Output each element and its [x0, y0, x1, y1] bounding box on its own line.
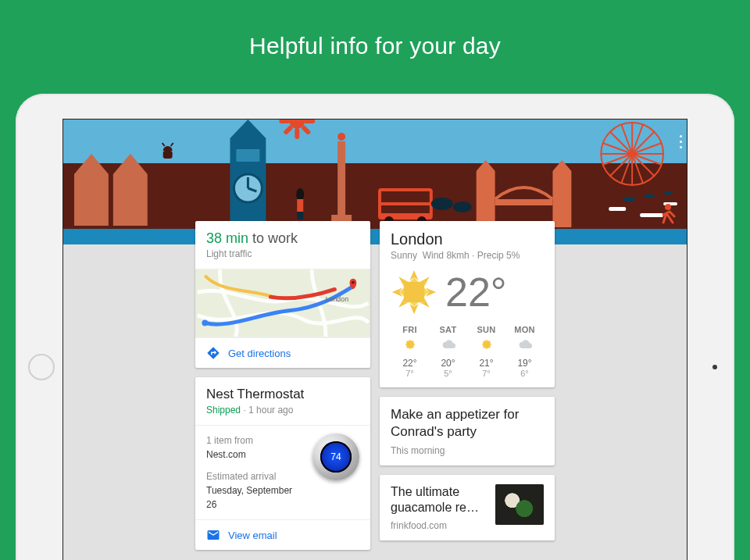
svg-rect-1	[74, 174, 109, 226]
svg-rect-53	[297, 212, 303, 219]
forecast-day: SUN 21° 7°	[467, 325, 505, 378]
cloud-small-icon	[518, 337, 532, 351]
svg-rect-45	[640, 213, 663, 217]
email-icon	[206, 528, 220, 542]
map-illustration: London	[195, 269, 370, 337]
forecast-day: MON 19° 6°	[505, 325, 544, 378]
commute-time: 38 min	[206, 230, 248, 246]
svg-rect-18	[495, 199, 553, 205]
package-status-time: · 1 hour ago	[241, 405, 293, 416]
sun-icon	[391, 269, 438, 316]
svg-rect-17	[552, 171, 571, 227]
overflow-menu-icon[interactable]	[680, 135, 682, 148]
forecast-lo: 5°	[429, 369, 467, 378]
package-action-row[interactable]: View email	[195, 519, 370, 550]
weather-subtitle: Sunny Wind 8kmh · Precip 5%	[391, 250, 544, 261]
svg-rect-44	[609, 207, 626, 211]
home-button[interactable]	[28, 354, 55, 380]
svg-line-40	[286, 128, 290, 132]
svg-rect-69	[404, 282, 424, 302]
forecast-hi: 20°	[429, 358, 467, 369]
svg-point-47	[623, 197, 635, 202]
forecast-day-label: SUN	[467, 325, 505, 334]
cloud-small-icon	[441, 337, 455, 351]
weather-card[interactable]: London Sunny Wind 8kmh · Precip 5%	[380, 221, 555, 387]
package-action-link[interactable]: View email	[228, 530, 277, 541]
svg-rect-54	[163, 151, 173, 159]
commute-action-link[interactable]: Get directions	[228, 348, 291, 359]
forecast-lo: 7°	[467, 369, 505, 378]
article-title: The ultimate guacamole re…	[391, 484, 488, 515]
svg-point-43	[453, 202, 472, 212]
package-eta-label: Estimated arrival	[206, 469, 305, 483]
commute-dest: to work	[248, 230, 298, 246]
package-eta-value: Tuesday, September 26	[206, 483, 305, 512]
thermostat-image: 74	[312, 433, 359, 480]
app-screen: 38 min to work Light traffic	[62, 119, 688, 560]
reminder-card[interactable]: Make an appetizer for Conrad's party Thi…	[380, 397, 555, 465]
cards-container: 38 min to work Light traffic	[63, 221, 687, 560]
commute-action-row[interactable]: Get directions	[195, 337, 370, 368]
svg-rect-73	[483, 341, 490, 348]
reminder-title: Make an appetizer for Conrad's party	[391, 406, 544, 441]
forecast-day-label: MON	[505, 325, 544, 334]
svg-rect-16	[477, 171, 495, 227]
package-title: Nest Thermostat	[206, 387, 359, 402]
forecast-hi: 22°	[391, 358, 429, 369]
commute-card[interactable]: 38 min to work Light traffic	[195, 221, 370, 368]
svg-rect-2	[113, 174, 148, 226]
commute-map[interactable]: London	[195, 269, 370, 337]
hero-title: Helpful info for your day	[0, 0, 750, 59]
package-status-value: Shipped	[206, 405, 241, 416]
svg-point-42	[431, 198, 453, 210]
forecast-day: SAT 20° 5°	[429, 325, 467, 378]
svg-rect-12	[381, 191, 430, 202]
commute-subtitle: Light traffic	[206, 248, 359, 259]
svg-rect-71	[406, 341, 413, 348]
svg-rect-52	[297, 199, 303, 212]
svg-point-49	[663, 191, 673, 194]
svg-point-50	[665, 204, 671, 210]
weather-details: Wind 8kmh · Precip 5%	[423, 250, 520, 261]
forecast-day-label: FRI	[391, 325, 429, 334]
svg-line-39	[304, 128, 308, 132]
directions-icon	[206, 346, 220, 360]
forecast-day-label: SAT	[429, 325, 467, 334]
package-items-line: 1 item from	[206, 433, 305, 448]
forecast-lo: 6°	[505, 369, 544, 378]
article-thumbnail	[495, 484, 544, 525]
thermostat-temp: 74	[320, 441, 352, 473]
weather-condition: Sunny	[391, 250, 417, 261]
package-body: 1 item from Nest.com Estimated arrival T…	[195, 425, 370, 519]
tablet-frame: 38 min to work Light traffic	[16, 94, 734, 560]
svg-rect-10	[236, 149, 259, 162]
weather-temp: 22°	[445, 269, 507, 316]
forecast-hi: 19°	[505, 358, 544, 369]
left-column: 38 min to work Light traffic	[195, 221, 370, 550]
package-merchant: Nest.com	[206, 448, 305, 462]
svg-point-51	[296, 188, 304, 201]
svg-point-58	[202, 320, 208, 326]
forecast-hi: 21°	[467, 358, 505, 369]
package-card[interactable]: Nest Thermostat Shipped · 1 hour ago 1 i…	[195, 377, 370, 550]
weather-city: London	[391, 230, 544, 248]
svg-rect-30	[338, 141, 345, 218]
article-card[interactable]: The ultimate guacamole re… frinkfood.com	[380, 475, 555, 540]
map-city-label: London	[326, 295, 348, 303]
sun-small-icon	[403, 337, 417, 351]
commute-title: 38 min to work	[206, 230, 359, 247]
svg-rect-13	[381, 205, 430, 213]
svg-point-48	[644, 194, 655, 198]
svg-point-59	[352, 281, 355, 284]
sun-small-icon	[480, 337, 494, 351]
reminder-when: This morning	[391, 445, 544, 456]
front-camera	[712, 365, 717, 369]
weather-forecast: FRI 22° 7° SAT 20° 5°	[391, 325, 544, 378]
forecast-day: FRI 22° 7°	[391, 325, 429, 378]
article-source: frinkfood.com	[391, 520, 488, 531]
svg-point-32	[338, 133, 345, 141]
forecast-lo: 7°	[391, 369, 429, 378]
package-status: Shipped · 1 hour ago	[206, 405, 359, 416]
right-column: London Sunny Wind 8kmh · Precip 5%	[380, 221, 555, 540]
